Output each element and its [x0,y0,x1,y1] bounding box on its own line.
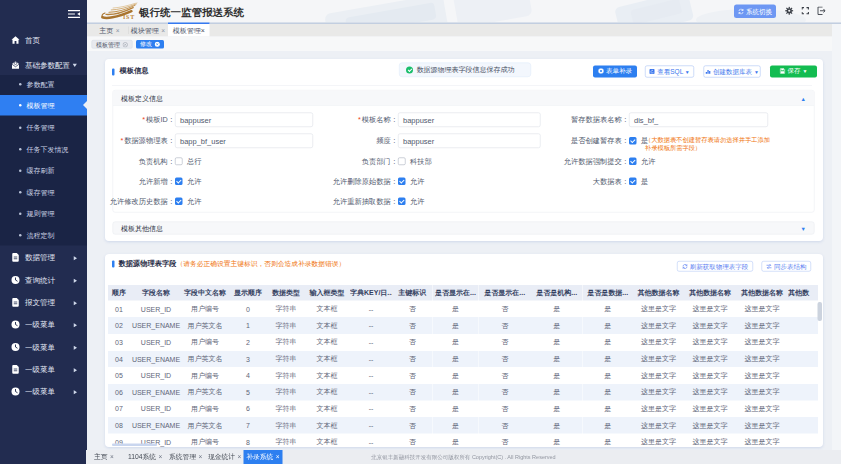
svg-text:IST: IST [123,14,135,20]
